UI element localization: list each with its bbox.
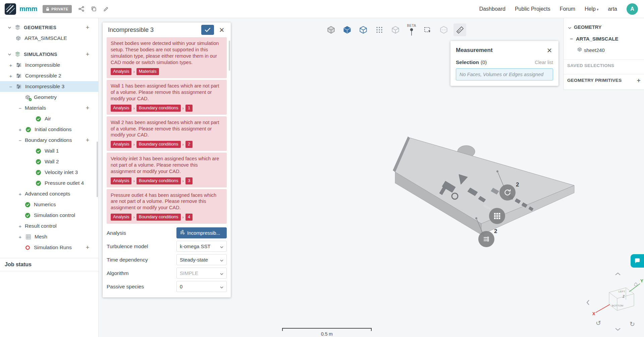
- solid-view-icon[interactable]: [341, 23, 354, 36]
- error-location-badge[interactable]: Analysis: [111, 68, 131, 75]
- error-location-badge[interactable]: 3: [185, 177, 193, 184]
- time-dependency-select[interactable]: Steady-state: [176, 254, 227, 265]
- scrollbar-thumb[interactable]: [97, 142, 98, 197]
- algorithm-select[interactable]: SIMPLE: [176, 268, 227, 279]
- tree-item-simulation-control[interactable]: Simulation control: [0, 210, 98, 221]
- copy-icon[interactable]: [91, 6, 97, 12]
- rename-pencil-icon[interactable]: [103, 6, 109, 12]
- tree-item-numerics[interactable]: Numerics: [0, 199, 98, 210]
- share-icon[interactable]: [78, 6, 84, 12]
- tree-item-velocity-inlet-3[interactable]: Velocity inlet 3: [0, 167, 98, 178]
- error-location-badge[interactable]: Boundary conditions: [137, 105, 181, 112]
- scrollbar-thumb[interactable]: [229, 41, 230, 71]
- tree-item-result-control[interactable]: +Result control: [0, 221, 98, 231]
- geometry-primitives-header[interactable]: GEOMETRY PRIMITIVES +: [564, 74, 644, 86]
- tree-item-geometries[interactable]: GEOMETRIES+: [0, 22, 98, 33]
- error-location-badge[interactable]: Boundary conditions: [137, 177, 181, 184]
- chevron-down-icon[interactable]: [7, 53, 12, 56]
- view-down-chevron[interactable]: [615, 328, 621, 331]
- analysis-type-button[interactable]: Incompressib...: [176, 227, 227, 238]
- avatar[interactable]: A: [627, 3, 638, 15]
- wireframe-view-icon[interactable]: [357, 23, 370, 36]
- add-button[interactable]: +: [84, 51, 91, 58]
- nav-dashboard[interactable]: Dashboard: [479, 6, 505, 12]
- apply-button[interactable]: [201, 25, 214, 35]
- add-primitive-button[interactable]: +: [637, 77, 641, 84]
- error-location-badge[interactable]: Analysis: [111, 141, 131, 148]
- tree-item-simulation-runs[interactable]: Simulation Runs+: [0, 242, 98, 253]
- saved-selections-header[interactable]: SAVED SELECTIONS: [564, 59, 644, 71]
- expand-icon[interactable]: +: [8, 73, 13, 78]
- geometry-section-header[interactable]: GEOMETRY: [564, 21, 644, 33]
- app-logo-icon[interactable]: [5, 3, 16, 15]
- add-button[interactable]: +: [84, 136, 91, 144]
- probe-pin-icon[interactable]: BETA: [405, 23, 418, 36]
- tree-item-mesh[interactable]: +Mesh: [0, 231, 98, 242]
- error-location-badge[interactable]: 2: [185, 141, 193, 148]
- error-location-badge[interactable]: Boundary conditions: [137, 214, 181, 221]
- error-location-badge[interactable]: 1: [185, 105, 193, 112]
- view-up-chevron[interactable]: [615, 272, 621, 276]
- nav-public-projects[interactable]: Public Projects: [515, 6, 550, 12]
- mesh-points-icon[interactable]: [373, 23, 386, 36]
- collapse-icon[interactable]: −: [8, 84, 13, 89]
- expand-icon[interactable]: +: [17, 224, 23, 229]
- nav-forum[interactable]: Forum: [560, 6, 575, 12]
- tree-item-boundary-conditions[interactable]: −Boundary conditions+: [0, 135, 98, 146]
- tree-item-advanced-concepts[interactable]: +Advanced concepts: [0, 188, 98, 199]
- add-button[interactable]: +: [84, 24, 91, 31]
- tree-item-materials[interactable]: −Materials+: [0, 103, 98, 113]
- selection-input[interactable]: No Faces, Volumes or Edges assigned: [456, 68, 553, 80]
- view-left-chevron[interactable]: [586, 299, 590, 305]
- measure-tool-icon[interactable]: [453, 23, 466, 36]
- error-location-badge[interactable]: Analysis: [111, 177, 131, 184]
- add-button[interactable]: +: [84, 244, 91, 251]
- scene-item-sheet[interactable]: sheet240: [564, 44, 644, 56]
- chevron-down-icon[interactable]: [7, 26, 12, 29]
- collapse-icon[interactable]: −: [569, 36, 574, 42]
- isometric-view-icon[interactable]: [325, 23, 337, 36]
- error-location-badge[interactable]: Analysis: [111, 105, 131, 112]
- tree-item-incompressible[interactable]: +Incompressible: [0, 60, 98, 70]
- slab-top-face[interactable]: [395, 138, 574, 224]
- clear-list-button[interactable]: Clear list: [535, 60, 553, 65]
- transparent-view-icon[interactable]: [389, 23, 402, 36]
- add-button[interactable]: +: [84, 104, 91, 112]
- username-label[interactable]: arta: [608, 6, 617, 12]
- collapse-icon[interactable]: −: [17, 138, 23, 143]
- clip-plane-icon[interactable]: [437, 23, 450, 36]
- close-panel-button[interactable]: ×: [217, 25, 227, 35]
- error-location-badge[interactable]: Analysis: [111, 214, 131, 221]
- tree-item-pressure-outlet-4[interactable]: Pressure outlet 4: [0, 178, 98, 188]
- privacy-badge[interactable]: PRIVATE: [43, 5, 71, 13]
- chat-launcher[interactable]: [631, 254, 644, 268]
- nav-help[interactable]: Help▾: [585, 6, 598, 12]
- tree-item-initial-conditions[interactable]: +Initial conditions: [0, 124, 98, 135]
- expand-icon[interactable]: +: [17, 234, 23, 239]
- scene-item-geometry[interactable]: − ARTA_SIMSCALE: [564, 33, 644, 44]
- tree-item-wall-2[interactable]: Wall 2: [0, 156, 98, 167]
- tree-item-incompressible-3[interactable]: −Incompressible 3: [0, 81, 98, 92]
- tree-item-wall-1[interactable]: Wall 1: [0, 146, 98, 156]
- annotation-badge-rotate[interactable]: [499, 184, 516, 201]
- annotation-badge-flow[interactable]: [478, 231, 494, 247]
- tree-item-simulations[interactable]: SIMULATIONS+: [0, 49, 98, 60]
- tree-item-compressible-2[interactable]: +Compressible 2: [0, 70, 98, 81]
- collapse-icon[interactable]: −: [17, 106, 23, 111]
- turbulence-model-select[interactable]: k-omega SST: [176, 241, 227, 252]
- error-location-badge[interactable]: Boundary conditions: [137, 141, 181, 148]
- error-location-badge[interactable]: 4: [185, 214, 193, 221]
- rotate-ccw-icon[interactable]: ↺: [596, 319, 601, 327]
- box-select-icon[interactable]: [421, 23, 434, 36]
- close-measurement-button[interactable]: ×: [544, 45, 554, 55]
- passive-species-select[interactable]: 0: [176, 281, 227, 292]
- expand-icon[interactable]: +: [8, 63, 13, 68]
- annotation-badge-grid[interactable]: [489, 208, 505, 224]
- expand-icon[interactable]: +: [17, 127, 23, 132]
- rotate-cw-icon[interactable]: ↻: [630, 320, 635, 328]
- expand-icon[interactable]: +: [17, 191, 23, 196]
- job-status-section[interactable]: Job status: [0, 258, 98, 271]
- tree-item-arta-simscale[interactable]: ARTA_SIMSCALE: [0, 33, 98, 44]
- tree-item-air[interactable]: Air: [0, 113, 98, 124]
- home-view-icon[interactable]: ⌂: [634, 280, 638, 288]
